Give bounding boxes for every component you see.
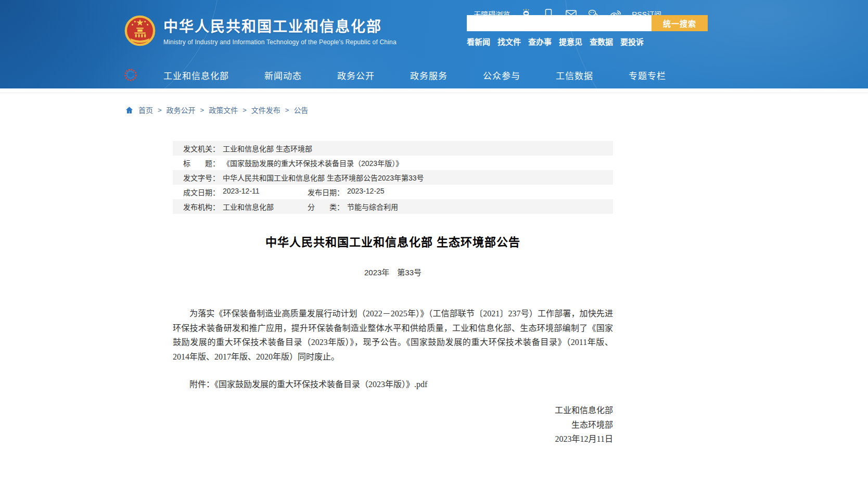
breadcrumb-gov-disclosure[interactable]: 政务公开: [167, 105, 196, 115]
attachment-line: 附件：《国家鼓励发展的重大环保技术装备目录（2023年版）》.pdf: [173, 377, 613, 390]
signature-agency-1: 工业和信息化部: [173, 403, 613, 418]
quick-link-feedback[interactable]: 提意见: [559, 36, 582, 47]
breadcrumb-policy-documents[interactable]: 政策文件: [209, 105, 238, 115]
search-button[interactable]: 统一搜索: [652, 15, 708, 31]
meta-value: 节能与综合利用: [347, 201, 398, 212]
meta-row-document-number: 发文字号： 中华人民共和国工业和信息化部 生态环境部公告2023年第33号: [173, 170, 613, 185]
meta-value: 《国家鼓励发展的重大环保技术装备目录（2023年版）》: [223, 158, 403, 168]
signature-agency-2: 生态环境部: [173, 418, 613, 432]
meta-label: 成文日期：: [183, 187, 220, 197]
breadcrumb-separator: >: [200, 106, 205, 114]
document-title: 中华人民共和国工业和信息化部 生态环境部公告: [173, 233, 613, 249]
meta-label: 发布机构：: [183, 201, 220, 212]
quick-link-data[interactable]: 查数据: [590, 36, 613, 47]
nav-item-gov-disclosure[interactable]: 政务公开: [337, 69, 375, 82]
search-input[interactable]: [467, 15, 652, 31]
attachment-pdf-link[interactable]: 《国家鼓励发展的重大环保技术装备目录（2023年版）》.pdf: [214, 380, 427, 389]
national-emblem-icon: [124, 15, 156, 47]
site-header: 无障碍浏览: [0, 0, 868, 88]
breadcrumb-announcement[interactable]: 公告: [293, 105, 308, 115]
quick-link-documents[interactable]: 找文件: [497, 36, 521, 47]
signature-block: 工业和信息化部 生态环境部 2023年12月11日: [173, 403, 613, 446]
document-area: 发文机关： 工业和信息化部 生态环境部 标 题： 《国家鼓励发展的重大环保技术装…: [173, 141, 613, 446]
breadcrumb-document-release[interactable]: 文件发布: [251, 105, 280, 115]
document-meta-table: 发文机关： 工业和信息化部 生态环境部 标 题： 《国家鼓励发展的重大环保技术装…: [173, 141, 613, 214]
nav-item-gov-services[interactable]: 政务服务: [410, 69, 448, 82]
breadcrumb-separator: >: [158, 106, 162, 114]
meta-row-dates: 成文日期： 2023-12-11 发布日期： 2023-12-25: [173, 185, 613, 199]
attachment-label: 附件：: [189, 380, 214, 389]
main-nav: 工业和信息化部 新闻动态 政务公开 政务服务 公众参与 工信数据 专题专栏: [122, 61, 746, 88]
meta-label: 发文机关：: [183, 143, 220, 154]
nav-item-miit[interactable]: 工业和信息化部: [163, 69, 229, 82]
breadcrumb-separator: >: [242, 106, 247, 114]
meta-label: 发布日期：: [308, 187, 344, 197]
site-subtitle-en: Ministry of Industry and Information Tec…: [163, 39, 397, 46]
miit-gear-logo-icon[interactable]: [124, 68, 137, 82]
document-number: 2023年 第33号: [173, 266, 613, 277]
quick-link-news[interactable]: 看新闻: [467, 36, 490, 47]
nav-item-industry-data[interactable]: 工信数据: [556, 69, 593, 82]
quick-links: 看新闻 找文件 查办事 提意见 查数据 要投诉: [467, 36, 708, 47]
meta-label: 标 题：: [183, 158, 220, 168]
meta-value: 2023-12-25: [347, 187, 385, 197]
nav-item-public-participation[interactable]: 公众参与: [483, 69, 520, 82]
meta-row-publisher-category: 发布机构： 工业和信息化部 分 类： 节能与综合利用: [173, 199, 613, 214]
meta-value: 中华人民共和国工业和信息化部 生态环境部公告2023年第33号: [223, 172, 424, 183]
site-logo[interactable]: 中华人民共和国工业和信息化部 Ministry of Industry and …: [124, 14, 397, 47]
breadcrumb-separator: >: [285, 106, 289, 114]
breadcrumb: 首页 > 政务公开 > 政策文件 > 文件发布 > 公告: [122, 105, 746, 115]
quick-link-services[interactable]: 查办事: [528, 36, 552, 47]
search-section: 统一搜索 看新闻 找文件 查办事 提意见 查数据 要投诉: [467, 15, 708, 47]
meta-value: 工业和信息化部: [223, 201, 274, 212]
nav-item-news[interactable]: 新闻动态: [264, 69, 302, 82]
meta-row-issuing-agency: 发文机关： 工业和信息化部 生态环境部: [173, 141, 613, 156]
meta-label: 分 类：: [308, 201, 344, 212]
breadcrumb-home[interactable]: 首页: [138, 105, 153, 115]
nav-item-special-topics[interactable]: 专题专栏: [629, 69, 666, 82]
quick-link-complaint[interactable]: 要投诉: [620, 36, 644, 47]
meta-label: 发文字号：: [183, 172, 220, 183]
meta-row-title: 标 题： 《国家鼓励发展的重大环保技术装备目录（2023年版）》: [173, 156, 613, 170]
document-paragraph: 为落实《环保装备制造业高质量发展行动计划（2022－2025年）》（工信部联节〔…: [173, 306, 613, 364]
header-divider: [0, 88, 868, 93]
home-icon[interactable]: [125, 106, 134, 114]
meta-value: 2023-12-11: [223, 187, 260, 197]
signature-date: 2023年12月11日: [173, 432, 613, 446]
site-title: 中华人民共和国工业和信息化部: [163, 15, 397, 36]
meta-value: 工业和信息化部 生态环境部: [223, 143, 312, 154]
